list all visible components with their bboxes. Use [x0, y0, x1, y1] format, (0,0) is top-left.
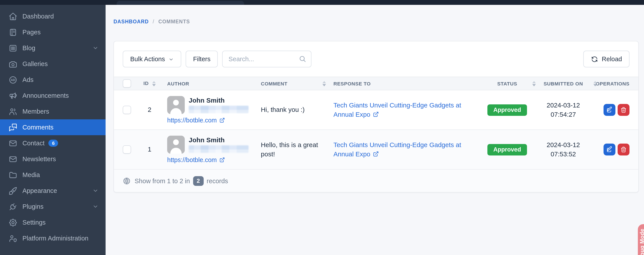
delete-button[interactable]: [618, 104, 630, 116]
sidebar-item-galleries[interactable]: Galleries: [0, 56, 106, 72]
bulk-actions-button[interactable]: Bulk Actions: [123, 51, 181, 67]
sidebar-item-comments[interactable]: Comments: [0, 119, 106, 135]
sidebar-item-announcements[interactable]: Announcements: [0, 88, 106, 104]
column-header-comment[interactable]: COMMENT: [251, 81, 322, 86]
edit-icon: [606, 146, 613, 153]
row-submitted-cell: 2024-03-12 07:54:27: [532, 101, 595, 119]
author-website-link[interactable]: https://botble.com: [167, 117, 251, 124]
comment-text: Hello, this is a great post!: [261, 140, 328, 159]
sidebar-item-plugins[interactable]: Plugins: [0, 199, 106, 214]
row-status-cell: Approved: [483, 144, 532, 155]
row-response-cell: Tech Giants Unveil Cutting-Edge Gadgets …: [322, 101, 483, 119]
row-operations-cell: [595, 144, 630, 155]
top-bar: [0, 0, 644, 5]
response-post-link[interactable]: Tech Giants Unveil Cutting-Edge Gadgets …: [334, 102, 461, 118]
sidebar-item-media[interactable]: Media: [0, 167, 106, 183]
app-root: Dashboard Pages Blog Galleries AD Ads An…: [0, 0, 644, 255]
external-link-icon: [219, 117, 225, 123]
megaphone-icon: [8, 91, 18, 100]
avatar: [167, 96, 185, 114]
chevron-down-icon: [92, 188, 98, 194]
search-box: [222, 51, 312, 67]
sidebar-item-members[interactable]: Members: [0, 104, 106, 119]
sort-arrows-icon[interactable]: [594, 81, 597, 86]
reload-button[interactable]: Reload: [583, 51, 630, 67]
sidebar-item-blog[interactable]: Blog: [0, 40, 106, 56]
table-footer: Show from 1 to 2 in 2 records: [114, 170, 638, 192]
column-header-submitted-on[interactable]: SUBMITTED ON: [532, 81, 595, 86]
response-post-link[interactable]: Tech Giants Unveil Cutting-Edge Gadgets …: [334, 141, 461, 157]
edit-button[interactable]: [604, 144, 616, 155]
table-row: 1 John Smith https://botble.com Hello, t…: [114, 130, 638, 170]
sidebar-item-label: Platform Administration: [22, 235, 88, 242]
sidebar-item-label: Appearance: [22, 187, 57, 194]
sidebar-item-label: Members: [22, 108, 49, 115]
select-all-checkbox[interactable]: [123, 79, 131, 88]
column-header-operations: OPERATIONS: [595, 81, 630, 86]
row-select-cell: [123, 145, 138, 154]
search-icon: [299, 55, 307, 63]
edit-icon: [606, 107, 613, 113]
debug-mode-label: Debug Mode: [639, 228, 644, 255]
sidebar-item-ads[interactable]: AD Ads: [0, 72, 106, 88]
column-label-status: STATUS: [497, 81, 517, 86]
column-header-status[interactable]: STATUS: [483, 81, 532, 86]
sidebar-item-pages[interactable]: Pages: [0, 24, 106, 40]
row-comment-cell: Hello, this is a great post!: [251, 140, 322, 159]
folder-icon: [8, 170, 18, 179]
row-select-cell: [123, 106, 138, 114]
column-header-id[interactable]: ID: [138, 81, 160, 86]
records-count-badge: 2: [193, 176, 204, 186]
records-summary-suffix: records: [206, 177, 228, 184]
contact-count-badge: 6: [48, 140, 58, 147]
chevron-down-icon: [168, 56, 174, 62]
sidebar-item-newsletters[interactable]: Newsletters: [0, 151, 106, 167]
sidebar-item-contact[interactable]: Contact 6: [0, 135, 106, 151]
sidebar-item-appearance[interactable]: Appearance: [0, 183, 106, 199]
row-checkbox[interactable]: [123, 106, 131, 114]
filters-button[interactable]: Filters: [186, 51, 218, 67]
author-website-link[interactable]: https://botble.com: [167, 156, 251, 163]
author-name: John Smith: [189, 96, 248, 104]
sidebar-item-label: Ads: [22, 76, 34, 83]
row-author-cell: John Smith https://botble.com: [160, 96, 251, 124]
user-shield-icon: [8, 234, 18, 243]
row-status-cell: Approved: [483, 104, 532, 116]
column-header-author[interactable]: AUTHOR: [160, 81, 251, 86]
column-header-response-to[interactable]: RESPONSE TO: [322, 81, 483, 86]
top-bar-strip: [116, 1, 244, 5]
gear-icon: [8, 218, 18, 227]
status-badge: Approved: [488, 144, 527, 155]
avatar: [167, 136, 185, 154]
sort-arrows-icon[interactable]: [152, 81, 156, 86]
delete-button[interactable]: [618, 144, 630, 155]
breadcrumb: DASHBOARD / COMMENTS: [114, 19, 190, 24]
sidebar-item-dashboard[interactable]: Dashboard: [0, 8, 106, 24]
sidebar-item-platform-administration[interactable]: Platform Administration: [0, 230, 106, 246]
external-link-icon: [219, 157, 225, 163]
response-post-title: Tech Giants Unveil Cutting-Edge Gadgets …: [334, 141, 461, 157]
sidebar-item-settings[interactable]: Settings: [0, 214, 106, 230]
sidebar-item-label: Blog: [22, 45, 35, 52]
status-badge: Approved: [488, 104, 527, 116]
sidebar-item-label: Pages: [22, 29, 41, 36]
row-checkbox[interactable]: [123, 145, 131, 154]
row-id-cell: 2: [138, 105, 160, 115]
sidebar-item-label: Announcements: [22, 92, 69, 99]
blog-icon: [8, 43, 18, 53]
column-label-operations: OPERATIONS: [596, 81, 630, 86]
edit-button[interactable]: [604, 104, 616, 116]
search-input[interactable]: [222, 51, 312, 67]
debug-mode-ribbon[interactable]: Debug Mode: [638, 224, 644, 255]
row-id-cell: 1: [138, 145, 160, 154]
row-author-cell: John Smith https://botble.com: [160, 136, 251, 163]
response-post-title: Tech Giants Unveil Cutting-Edge Gadgets …: [334, 102, 461, 118]
sidebar-item-label: Media: [22, 171, 40, 178]
plug-icon: [8, 202, 18, 211]
breadcrumb-dashboard-link[interactable]: DASHBOARD: [114, 19, 149, 24]
external-link-icon: [372, 111, 379, 117]
mail-icon: [8, 154, 18, 164]
header-select-all: [123, 79, 138, 88]
brush-icon: [8, 186, 18, 195]
comment-text: Hi, thank you :): [261, 105, 328, 115]
